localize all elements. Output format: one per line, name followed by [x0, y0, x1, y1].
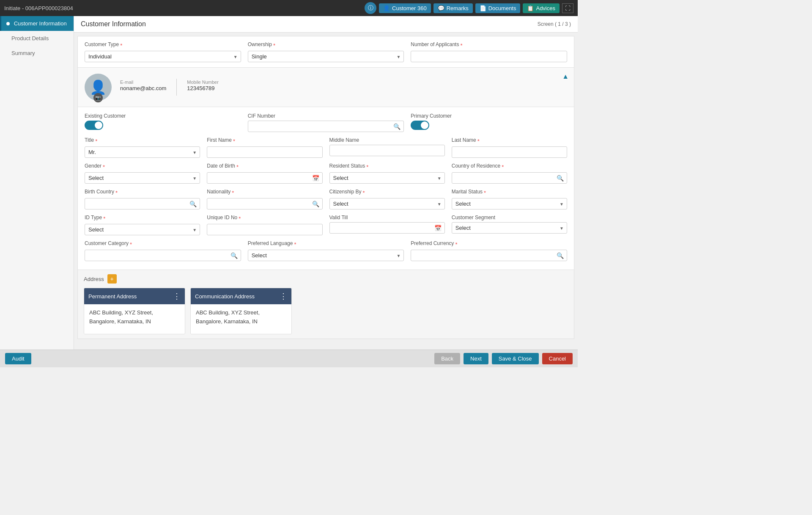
gender-select[interactable]: Select MaleFemaleOther [85, 172, 200, 184]
num-applicants-field: Number of Applicants * 1 [411, 41, 567, 62]
preferred-currency-group: Preferred Currency * 🔍 [411, 240, 567, 261]
search-currency-icon[interactable]: 🔍 [557, 252, 564, 259]
dob-group: Date of Birth * 📅 [207, 163, 322, 184]
middle-name-group: Middle Name [329, 137, 445, 158]
dob-input[interactable] [207, 172, 322, 184]
id-type-select[interactable]: Select PassportDriver LicenseNational ID [85, 224, 200, 235]
communication-address-menu[interactable]: ⋮ [280, 292, 287, 301]
advices-button[interactable]: 📋 Advices [523, 3, 560, 13]
app-title: Initiate - 006APP000023804 [4, 5, 73, 11]
first-name-group: First Name * [207, 137, 322, 158]
sidebar-item-summary[interactable]: Summary [0, 46, 74, 61]
expand-button[interactable]: ⛶ [562, 3, 573, 13]
cif-number-group: CIF Number 🔍 [248, 113, 404, 132]
profile-section: 👤 📷 E-mail noname@abc.com Mobile Number … [77, 68, 574, 107]
search-birth-country-icon[interactable]: 🔍 [189, 201, 197, 207]
header-actions: ⓘ 👤 Customer 360 💬 Remarks 📄 Documents 📋… [365, 2, 573, 14]
sidebar-item-customer-information[interactable]: Customer Information [0, 16, 74, 31]
first-name-input[interactable] [207, 146, 322, 158]
contact-info: E-mail noname@abc.com Mobile Number 1234… [120, 79, 219, 96]
country-residence-group: Country of Residence * 🔍 [452, 163, 567, 184]
unique-id-input[interactable] [207, 224, 322, 235]
ownership-select[interactable]: Single Joint [248, 51, 404, 62]
primary-customer-toggle-row [411, 121, 567, 130]
permanent-address-menu[interactable]: ⋮ [173, 292, 181, 301]
last-name-input[interactable] [452, 146, 567, 158]
marital-status-group: Marital Status * Select SingleMarriedDiv… [452, 189, 567, 209]
permanent-address-body: ABC Building, XYZ Street, Bangalore, Kar… [84, 304, 185, 334]
valid-till-group: Valid Till 📅 [329, 215, 445, 235]
customer-category-input[interactable] [85, 250, 241, 261]
page-title: Customer Information [81, 20, 146, 28]
customer-type-select[interactable]: Individual Corporate [85, 51, 241, 62]
cancel-button[interactable]: Cancel [542, 353, 573, 364]
customer-category-group: Customer Category * 🔍 [85, 240, 241, 261]
primary-customer-group: Primary Customer [411, 113, 567, 132]
avatar-area: 👤 📷 [85, 74, 112, 101]
birth-country-input[interactable] [85, 198, 200, 209]
sidebar-item-product-details[interactable]: Product Details [0, 31, 74, 46]
resident-status-select[interactable]: Select ResidentNon-Resident [329, 172, 445, 184]
existing-customer-group: Existing Customer [85, 113, 241, 132]
search-icon[interactable]: 🔍 [393, 123, 401, 130]
add-address-button[interactable]: + [107, 274, 117, 284]
search-category-icon[interactable]: 🔍 [230, 252, 238, 259]
preferred-language-select[interactable]: Select EnglishHindiFrench [248, 250, 404, 261]
address-header: Address + [84, 274, 568, 284]
cif-input-wrapper: 🔍 [248, 121, 404, 132]
save-close-button[interactable]: Save & Close [492, 353, 539, 364]
preferred-language-group: Preferred Language * Select EnglishHindi… [248, 240, 404, 261]
audit-button[interactable]: Audit [5, 353, 31, 364]
main-layout: Customer Information Product Details Sum… [0, 16, 578, 350]
existing-customer-toggle[interactable] [85, 121, 103, 130]
address-section: Address + Permanent Address ⋮ ABC Buildi… [77, 270, 574, 339]
valid-till-input[interactable] [329, 222, 445, 234]
app-header: Initiate - 006APP000023804 ⓘ 👤 Customer … [0, 0, 578, 16]
title-group: Title * Mr.Mrs.Ms.Dr. [85, 137, 200, 158]
address-cards: Permanent Address ⋮ ABC Building, XYZ St… [84, 288, 568, 334]
collapse-arrow[interactable]: ▲ [562, 73, 569, 80]
advices-icon: 📋 [527, 5, 534, 11]
sidebar: Customer Information Product Details Sum… [0, 16, 74, 350]
nationality-input[interactable] [207, 198, 322, 209]
customer-type-select-wrapper: Individual Corporate [85, 51, 241, 62]
last-name-group: Last Name * [452, 137, 567, 158]
remarks-button[interactable]: 💬 Remarks [433, 3, 473, 13]
num-applicants-input[interactable]: 1 [411, 51, 567, 62]
citizenship-by-select[interactable]: Select BirthNaturalization [329, 198, 445, 209]
footer-right: Back Next Save & Close Cancel [434, 353, 573, 364]
documents-button[interactable]: 📄 Documents [475, 3, 521, 13]
screen-info: Screen ( 1 / 3 ) [538, 21, 571, 27]
search-nationality-icon[interactable]: 🔍 [312, 201, 319, 207]
calendar-valid-icon[interactable]: 📅 [434, 225, 442, 231]
footer-left: Audit [5, 353, 31, 364]
remarks-icon: 💬 [438, 5, 444, 11]
nationality-group: Nationality * 🔍 [207, 189, 322, 209]
calendar-icon[interactable]: 📅 [312, 175, 319, 182]
permanent-address-card: Permanent Address ⋮ ABC Building, XYZ St… [84, 288, 185, 334]
contact-divider [176, 79, 177, 96]
customer360-button[interactable]: 👤 Customer 360 [379, 3, 431, 13]
title-select[interactable]: Mr.Mrs.Ms.Dr. [85, 146, 200, 158]
customer360-icon: 👤 [383, 5, 390, 11]
customer-segment-select[interactable]: Select RetailPremiumVIP [452, 222, 567, 234]
communication-address-header: Communication Address ⋮ [191, 288, 291, 304]
footer: Audit Back Next Save & Close Cancel [0, 350, 578, 367]
customer-type-row: Customer Type * Individual Corporate Own… [77, 36, 574, 68]
camera-button[interactable]: 📷 [93, 93, 103, 102]
cif-number-input[interactable] [248, 121, 404, 132]
back-button[interactable]: Back [434, 353, 460, 364]
search-country-icon[interactable]: 🔍 [557, 175, 564, 182]
country-residence-input[interactable] [452, 172, 567, 184]
marital-status-select[interactable]: Select SingleMarriedDivorcedWidowed [452, 198, 567, 209]
communication-address-body: ABC Building, XYZ Street, Bangalore, Kar… [191, 304, 291, 334]
communication-address-card: Communication Address ⋮ ABC Building, XY… [190, 288, 292, 334]
primary-customer-toggle[interactable] [411, 121, 429, 130]
next-button[interactable]: Next [464, 353, 488, 364]
customer-segment-group: Customer Segment Select RetailPremiumVIP [452, 215, 567, 235]
middle-name-input[interactable] [329, 145, 445, 156]
preferred-currency-input[interactable] [411, 250, 567, 261]
existing-customer-toggle-row [85, 121, 241, 130]
info-button[interactable]: ⓘ [365, 2, 376, 14]
customer-type-field: Customer Type * Individual Corporate [85, 41, 241, 62]
